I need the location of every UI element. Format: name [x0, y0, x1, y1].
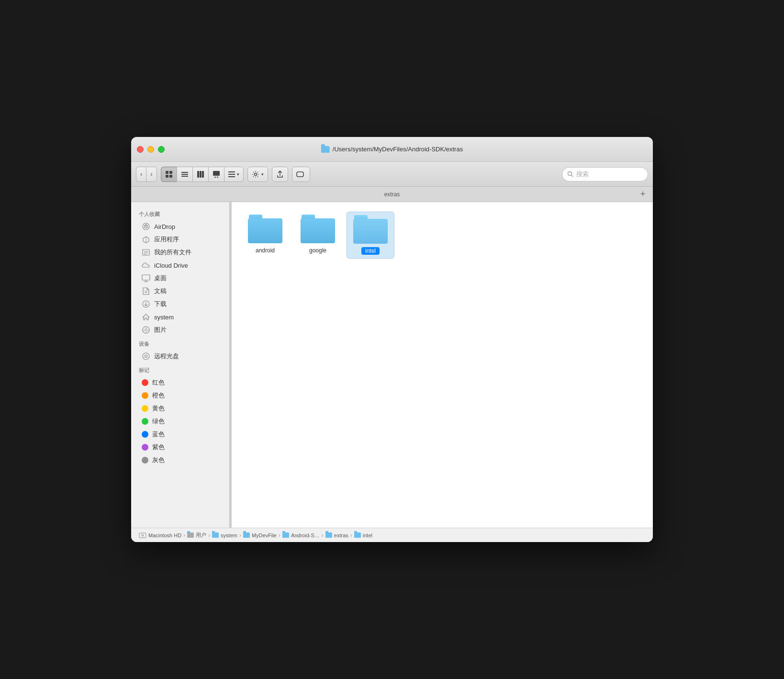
- svg-rect-15: [228, 176, 235, 177]
- sidebar-downloads-label: 下载: [154, 300, 167, 308]
- bc-android-sdk[interactable]: Android-S…: [282, 532, 320, 538]
- docs-icon: [142, 287, 150, 295]
- minimize-button[interactable]: [147, 146, 154, 153]
- view-icon-button[interactable]: [161, 167, 177, 182]
- svg-rect-5: [181, 174, 188, 175]
- svg-rect-4: [181, 172, 188, 173]
- bc-intel-icon: [354, 532, 361, 538]
- svg-point-44: [146, 356, 146, 357]
- sidebar-item-docs[interactable]: 文稿: [134, 285, 228, 297]
- svg-rect-0: [166, 171, 168, 174]
- sidebar-desktop-label: 桌面: [154, 274, 167, 283]
- bc-sep-5: ›: [322, 532, 324, 539]
- search-box[interactable]: 搜索: [562, 167, 648, 181]
- bc-system-icon: [212, 532, 219, 538]
- sidebar-item-tag-red[interactable]: 红色: [134, 376, 228, 389]
- allfiles-icon: [142, 248, 150, 257]
- bc-mydevfile-icon: [243, 532, 250, 538]
- main-content: 个人收藏 AirDrop: [131, 202, 653, 528]
- view-arrange-button[interactable]: ▾: [224, 167, 244, 182]
- bc-macintosh[interactable]: Macintosh HD: [139, 532, 181, 538]
- sidebar-item-tag-yellow[interactable]: 黄色: [134, 402, 228, 415]
- svg-rect-14: [228, 174, 235, 175]
- sidebar-item-tag-orange[interactable]: 橙色: [134, 389, 228, 402]
- sidebar-item-icloud[interactable]: iCloud Drive: [134, 259, 228, 272]
- bc-sep-2: ›: [208, 532, 210, 539]
- tag-green-dot: [142, 418, 148, 425]
- sidebar-item-allfiles[interactable]: 我的所有文件: [134, 246, 228, 259]
- folder-google[interactable]: google: [294, 212, 342, 259]
- sidebar-tag-purple-label: 紫色: [152, 443, 165, 452]
- title-folder-icon: [321, 146, 330, 153]
- sidebar-tag-green-label: 绿色: [152, 417, 165, 426]
- sidebar-photos-label: 图片: [154, 326, 167, 334]
- maximize-button[interactable]: [158, 146, 165, 153]
- bc-extras[interactable]: extras: [325, 532, 348, 538]
- tag-button[interactable]: [292, 167, 310, 182]
- tag-red-dot: [142, 379, 148, 386]
- sidebar-tag-blue-label: 蓝色: [152, 430, 165, 439]
- tag-purple-dot: [142, 444, 148, 451]
- add-tab-button[interactable]: +: [638, 189, 648, 200]
- sidebar-item-photos[interactable]: 图片: [134, 324, 228, 336]
- bc-mydevfile[interactable]: MyDevFile: [243, 532, 277, 538]
- folder-intel-name: intel: [361, 248, 380, 254]
- sidebar-item-tag-green[interactable]: 绿色: [134, 415, 228, 428]
- sidebar-item-home[interactable]: system: [134, 311, 228, 323]
- svg-point-16: [254, 173, 257, 175]
- view-buttons: ▾: [161, 167, 244, 182]
- titlebar-center: /Users/system/MyDevFiles/Android-SDK/ext…: [321, 146, 463, 153]
- share-button[interactable]: [272, 167, 288, 182]
- tag-icon: [296, 170, 306, 178]
- tag-orange-dot: [142, 392, 148, 399]
- sidebar-home-label: system: [154, 314, 174, 321]
- sidebar-tag-gray-label: 灰色: [152, 456, 165, 464]
- list-icon: [181, 170, 189, 178]
- toolbar: ‹ ›: [131, 162, 653, 187]
- sidebar-item-tag-gray[interactable]: 灰色: [134, 454, 228, 466]
- gear-chevron: ▾: [261, 172, 264, 177]
- bc-sep-3: ›: [239, 532, 241, 539]
- sidebar-resizer[interactable]: [229, 202, 231, 528]
- forward-button[interactable]: ›: [146, 167, 157, 182]
- sidebar-item-apps[interactable]: 应用程序: [134, 233, 228, 246]
- sidebar-item-desktop[interactable]: 桌面: [134, 272, 228, 284]
- home-icon: [142, 313, 150, 321]
- bc-system[interactable]: system: [212, 532, 237, 538]
- svg-rect-11: [214, 177, 216, 178]
- sidebar-docs-label: 文稿: [154, 287, 167, 295]
- folder-google-name: google: [309, 247, 326, 254]
- svg-rect-17: [297, 172, 303, 177]
- folder-android-name: android: [256, 247, 275, 254]
- sidebar-icloud-label: iCloud Drive: [154, 262, 188, 269]
- arrange-chevron: ▾: [237, 172, 239, 177]
- svg-rect-6: [181, 176, 188, 177]
- sidebar-airdrop-label: AirDrop: [154, 223, 175, 230]
- folder-intel-badge: intel: [361, 247, 380, 255]
- folder-android[interactable]: android: [241, 212, 289, 259]
- view-column-button[interactable]: [192, 167, 208, 182]
- sidebar-item-tag-purple[interactable]: 紫色: [134, 441, 228, 453]
- file-area: android google intel: [232, 202, 653, 528]
- folder-android-icon: [248, 215, 282, 243]
- sidebar-item-remote[interactable]: 远程光盘: [134, 350, 228, 362]
- desktop-icon: [142, 274, 150, 283]
- bc-users[interactable]: 用户: [187, 532, 206, 539]
- tag-blue-dot: [142, 431, 148, 438]
- svg-point-18: [568, 172, 572, 176]
- view-cover-button[interactable]: [208, 167, 224, 182]
- view-list-button[interactable]: [177, 167, 192, 182]
- sidebar-item-downloads[interactable]: 下载: [134, 298, 228, 310]
- close-button[interactable]: [137, 146, 144, 153]
- svg-rect-7: [197, 171, 199, 178]
- devices-section-label: 设备: [131, 337, 231, 350]
- bc-sep-6: ›: [350, 532, 352, 539]
- tag-gray-dot: [142, 457, 148, 464]
- back-button[interactable]: ‹: [136, 167, 146, 182]
- sidebar-item-airdrop[interactable]: AirDrop: [134, 220, 228, 233]
- bc-intel[interactable]: intel: [354, 532, 372, 538]
- sidebar-allfiles-label: 我的所有文件: [154, 248, 191, 257]
- folder-intel[interactable]: intel: [347, 212, 394, 259]
- action-button[interactable]: ▾: [247, 167, 268, 182]
- sidebar-item-tag-blue[interactable]: 蓝色: [134, 428, 228, 441]
